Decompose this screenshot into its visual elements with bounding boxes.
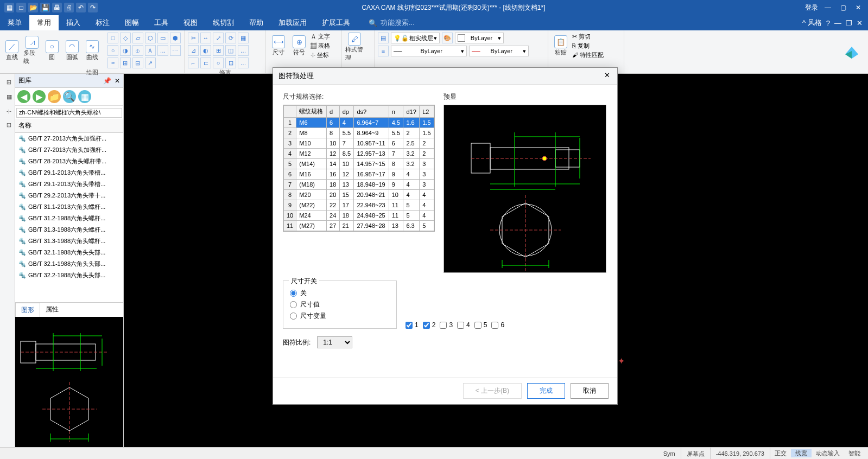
line-button[interactable]: ／直线 <box>3 40 21 61</box>
modify-tool-icon[interactable]: ⊿ <box>188 45 199 56</box>
menu-item[interactable]: 菜单 <box>0 15 29 30</box>
draw-tool-icon[interactable]: ◑ <box>120 45 131 56</box>
close-icon[interactable]: ✕ <box>853 4 864 11</box>
menu-item[interactable]: 常用 <box>29 15 59 30</box>
help-icon[interactable]: ? <box>826 19 830 27</box>
modify-tool-icon[interactable]: ↔ <box>200 33 211 43</box>
circle-button[interactable]: ○圆 <box>43 40 61 61</box>
lineweight-dropdown[interactable]: ── ByLayer ▾ <box>469 46 529 56</box>
cut-button[interactable]: ✂ 剪切 <box>572 33 604 41</box>
draw-tool-icon[interactable]: ▱ <box>132 33 143 43</box>
copy-button[interactable]: ⎘ 复制 <box>572 42 604 50</box>
layer-icon[interactable]: ▤ <box>378 33 389 43</box>
toggle-ortho[interactable]: 正交 <box>770 449 791 457</box>
finish-button[interactable]: 完成 <box>527 383 565 399</box>
radio-value[interactable]: 尺寸值 <box>290 300 390 309</box>
list-item[interactable]: 🔩GB/T 29.1-2013六角头带槽... <box>15 167 123 178</box>
modify-tool-icon[interactable]: ◫ <box>225 45 236 56</box>
tab-props[interactable]: 属性 <box>40 303 64 317</box>
menu-item[interactable]: 图幅 <box>117 15 147 30</box>
toggle-dyninput[interactable]: 动态输入 <box>812 449 844 457</box>
menu-item[interactable]: 视图 <box>176 15 205 30</box>
draw-tool-icon[interactable]: Ａ <box>145 45 156 56</box>
forward-icon[interactable]: ▶ <box>33 90 46 103</box>
up-icon[interactable]: 📁 <box>48 90 61 103</box>
text-button[interactable]: Ａ 文字 <box>311 33 330 41</box>
table-row[interactable]: 3M1010710.957~1162.52 <box>284 138 434 149</box>
symbol-button[interactable]: ⊕符号 <box>290 35 308 56</box>
color-dropdown[interactable]: ByLayer ▾ <box>455 33 504 43</box>
list-item[interactable]: 🔩GB/T 28-2013六角头螺杆带... <box>15 156 123 167</box>
modify-tool-icon[interactable]: ⊏ <box>200 58 211 68</box>
panel-pin-icon[interactable]: 📌 <box>103 77 111 85</box>
list-item[interactable]: 🔩GB/T 27-2013六角头加强杆... <box>15 144 123 156</box>
cancel-button[interactable]: 取消 <box>571 383 609 399</box>
menu-item[interactable]: 标注 <box>88 15 117 30</box>
list-item[interactable]: 🔩GB/T 32.1-1988六角头头部... <box>15 258 123 270</box>
view-check[interactable]: 5 <box>474 321 487 329</box>
linetype-dropdown[interactable]: ── ByLayer ▾ <box>391 46 467 56</box>
open-icon[interactable]: 📂 <box>28 3 38 12</box>
modify-tool-icon[interactable]: ⟳ <box>225 33 236 43</box>
modify-tool-icon[interactable]: … <box>238 45 249 56</box>
ortho-icon[interactable]: ⊹ <box>1 105 14 118</box>
spline-button[interactable]: ∿曲线 <box>83 40 101 61</box>
modify-tool-icon[interactable]: ⊡ <box>225 58 236 68</box>
draw-tool-icon[interactable]: ○ <box>107 45 118 56</box>
modify-tool-icon[interactable]: ▦ <box>238 33 249 43</box>
menu-item[interactable]: 加载应用 <box>271 15 314 30</box>
snap-icon[interactable]: ⊞ <box>1 76 14 88</box>
grid-icon[interactable]: ▦ <box>1 90 14 104</box>
library-path-input[interactable] <box>16 108 122 118</box>
view-check[interactable]: 6 <box>491 321 504 329</box>
paste-button[interactable]: 📋粘贴 <box>552 35 570 56</box>
undo-icon[interactable]: ↶ <box>76 3 86 12</box>
list-item[interactable]: 🔩GB/T 29.2-2013六角头带十... <box>15 190 123 201</box>
modify-tool-icon[interactable]: ○ <box>213 58 224 68</box>
search-icon[interactable]: 🔍 <box>63 90 76 103</box>
library-list[interactable]: 🔩GB/T 27-2013六角头加强杆...🔩GB/T 27-2013六角头加强… <box>15 133 123 303</box>
function-search[interactable]: 🔍 功能搜索... <box>369 18 415 28</box>
color-icon[interactable]: 🎨 <box>442 33 453 43</box>
print-icon[interactable]: 🖶 <box>52 3 62 12</box>
table-row[interactable]: 4M12128.512.957~1373.22 <box>284 149 434 159</box>
radio-var[interactable]: 尺寸变量 <box>290 311 390 321</box>
toggle-lineweight[interactable]: 线宽 <box>791 449 812 457</box>
draw-tool-icon[interactable]: ⋯ <box>170 45 181 56</box>
view-check[interactable]: 2 <box>423 321 436 329</box>
table-row[interactable]: 2M885.58.964~95.521.5 <box>284 128 434 138</box>
draw-tool-icon[interactable]: ≈ <box>107 58 118 68</box>
list-item[interactable]: 🔩GB/T 32.2-1988六角头头部... <box>15 270 123 281</box>
list-item[interactable]: 🔩GB/T 31.1-2013六角头螺杆... <box>15 201 123 213</box>
modify-tool-icon[interactable]: ⊞ <box>213 45 224 56</box>
draw-tool-icon[interactable]: ⊞ <box>120 58 131 68</box>
view-check[interactable]: 1 <box>406 321 419 329</box>
snap2-icon[interactable]: ⊡ <box>1 119 14 131</box>
draw-tool-icon[interactable]: ⬢ <box>170 33 181 43</box>
modify-tool-icon[interactable]: ⤢ <box>213 33 224 43</box>
new-icon[interactable]: □ <box>16 3 26 12</box>
redo-icon[interactable]: ↷ <box>88 3 98 12</box>
table-row[interactable]: 11(M27)272127.948~28136.35 <box>284 221 434 231</box>
minimize-icon[interactable]: — <box>822 4 833 11</box>
menu-item[interactable]: 线切割 <box>205 15 242 30</box>
draw-tool-icon[interactable]: ⦶ <box>132 45 143 56</box>
draw-tool-icon[interactable]: ⬡ <box>145 33 156 43</box>
arc-button[interactable]: ◠圆弧 <box>63 40 81 61</box>
draw-tool-icon[interactable]: … <box>157 45 168 56</box>
list-item[interactable]: 🔩GB/T 31.2-1988六角头螺杆... <box>15 213 123 224</box>
dimension-button[interactable]: ⟷尺寸 <box>269 35 288 56</box>
modify-tool-icon[interactable]: ✂ <box>188 33 199 43</box>
draw-tool-icon[interactable]: ◇ <box>120 33 131 43</box>
modify-tool-icon[interactable]: … <box>238 58 249 68</box>
coords-button[interactable]: ⊹ 坐标 <box>311 51 330 59</box>
toggle-smart[interactable]: 智能 <box>844 449 865 457</box>
table-row[interactable]: 9(M22)221722.948~231154 <box>284 200 434 211</box>
table-row[interactable]: 1M6646.964~74.51.61.5 <box>284 118 434 128</box>
plot-icon[interactable]: 🖨 <box>64 3 74 12</box>
matchprops-button[interactable]: 🖌 特性匹配 <box>572 51 604 59</box>
view-check[interactable]: 3 <box>440 321 453 329</box>
list-item[interactable]: 🔩GB/T 31.3-1988六角头螺杆... <box>15 224 123 235</box>
dialog-close-icon[interactable]: ✕ <box>602 71 612 81</box>
menu-item[interactable]: 插入 <box>59 15 88 30</box>
